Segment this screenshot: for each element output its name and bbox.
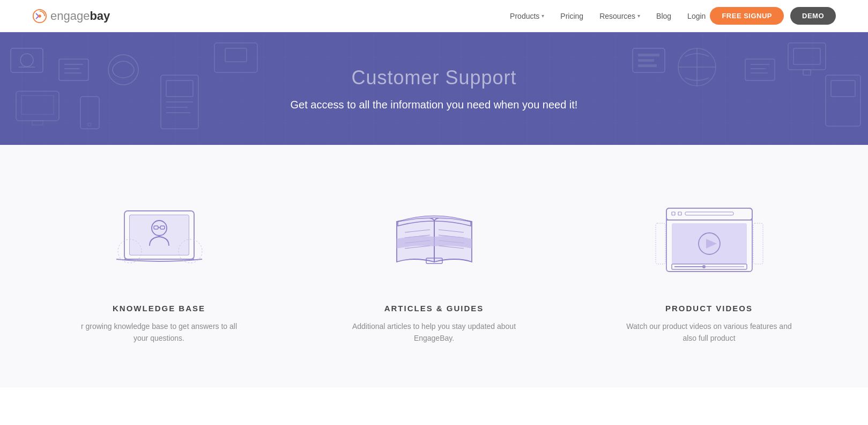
hero-content: Customer Support Get access to all the i…: [291, 67, 578, 111]
knowledge-base-svg: [111, 200, 207, 283]
svg-rect-62: [678, 212, 681, 215]
navbar: engagebay Products Pricing Resources Blo…: [0, 0, 868, 32]
svg-rect-72: [656, 223, 665, 264]
nav-links: Products Pricing Resources Blog Login: [510, 11, 706, 21]
svg-rect-29: [793, 48, 820, 64]
svg-rect-11: [166, 80, 193, 97]
knowledge-base-icon: [111, 199, 207, 284]
articles-guides-svg: [386, 200, 483, 283]
free-signup-button[interactable]: FREE SIGNUP: [710, 7, 784, 25]
product-videos-desc: Watch our product videos on various feat…: [624, 320, 795, 345]
svg-point-3: [20, 54, 33, 67]
svg-rect-2: [11, 48, 43, 72]
svg-rect-63: [685, 212, 733, 215]
cards-row: KNOWLEDGE BASE r growing knowledge base …: [0, 188, 868, 355]
svg-rect-34: [21, 96, 54, 114]
svg-rect-20: [638, 64, 657, 67]
svg-rect-5: [59, 59, 88, 80]
svg-rect-59: [666, 208, 752, 220]
svg-rect-35: [32, 121, 43, 125]
svg-rect-36: [80, 97, 99, 129]
svg-rect-15: [214, 43, 257, 72]
nav-item-pricing[interactable]: Pricing: [560, 11, 583, 21]
logo-icon: [32, 9, 47, 24]
svg-rect-16: [225, 48, 247, 62]
svg-rect-71: [753, 223, 763, 264]
nav-item-login[interactable]: Login: [687, 11, 706, 21]
nav-item-products[interactable]: Products: [510, 12, 544, 20]
svg-rect-32: [831, 80, 855, 97]
svg-rect-61: [672, 212, 675, 215]
logo-text: engagebay: [50, 9, 110, 23]
nav-center: Products Pricing Resources Blog Login FR…: [510, 7, 836, 25]
nav-item-resources[interactable]: Resources: [599, 12, 640, 20]
svg-rect-24: [745, 59, 775, 80]
articles-guides-icon: [386, 199, 483, 284]
svg-point-37: [88, 123, 91, 126]
svg-point-1: [38, 14, 41, 18]
knowledge-base-desc: r growing knowledge base to get answers …: [73, 320, 245, 345]
svg-point-70: [702, 265, 706, 268]
knowledge-base-title: KNOWLEDGE BASE: [113, 304, 205, 313]
demo-button[interactable]: DEMO: [790, 7, 836, 25]
articles-guides-title: ARTICLES & GUIDES: [384, 304, 484, 313]
svg-rect-19: [638, 59, 654, 62]
product-videos-svg: [656, 200, 763, 283]
product-videos-icon: [661, 199, 758, 284]
svg-rect-30: [803, 70, 811, 75]
svg-rect-18: [638, 54, 659, 56]
logo[interactable]: engagebay: [32, 9, 110, 24]
articles-guides-card[interactable]: ARTICLES & GUIDES Additional articles to…: [307, 188, 561, 355]
hero-banner: Customer Support Get access to all the i…: [0, 32, 868, 145]
articles-guides-desc: Additional articles to help you stay upd…: [348, 320, 520, 345]
knowledge-base-card[interactable]: KNOWLEDGE BASE r growing knowledge base …: [32, 188, 286, 355]
nav-item-blog[interactable]: Blog: [656, 11, 671, 21]
main-section: KNOWLEDGE BASE r growing knowledge base …: [0, 145, 868, 387]
svg-rect-40: [130, 215, 189, 255]
product-videos-title: PRODUCT VIDEOS: [665, 304, 753, 313]
hero-title: Customer Support: [291, 67, 578, 89]
nav-cta: FREE SIGNUP DEMO: [710, 7, 836, 25]
product-videos-card[interactable]: PRODUCT VIDEOS Watch our product videos …: [582, 188, 836, 355]
hero-subtitle: Get access to all the information you ne…: [291, 99, 578, 111]
